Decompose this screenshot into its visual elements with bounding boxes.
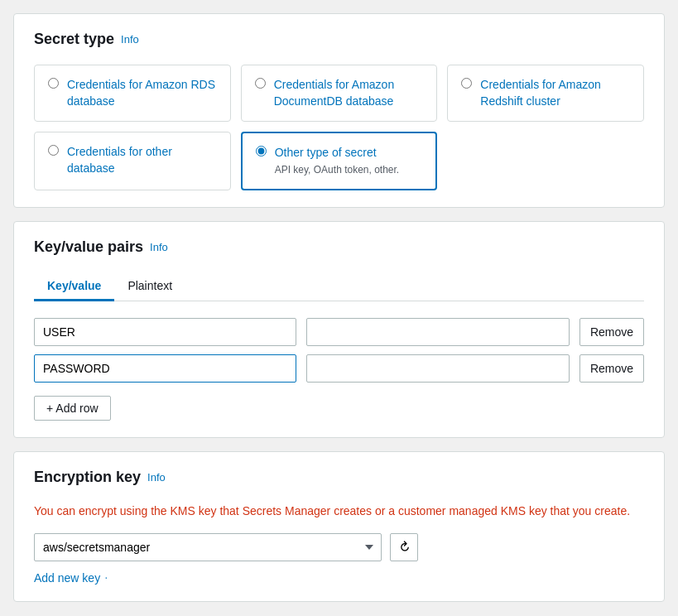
add-new-key-label: Add new key <box>34 571 100 585</box>
kv-pairs-section: Key/value pairs Info Key/value Plaintext… <box>13 221 665 438</box>
radio-redshift-label: Credentials for Amazon Redshift cluster <box>480 77 630 109</box>
kv-pairs-info-link[interactable]: Info <box>150 241 168 253</box>
encryption-key-section: Encryption key Info You can encrypt usin… <box>13 451 665 602</box>
radio-option-other-type[interactable]: Other type of secret API key, OAuth toke… <box>241 132 438 190</box>
secret-type-info-link[interactable]: Info <box>121 33 139 46</box>
encryption-key-select[interactable]: aws/secretsmanager <box>34 533 382 561</box>
radio-option-documentdb[interactable]: Credentials for Amazon DocumentDB databa… <box>241 65 438 122</box>
secret-type-title: Secret type Info <box>34 31 139 48</box>
encryption-key-info-link[interactable]: Info <box>147 471 166 484</box>
add-new-key-link[interactable]: Add new key ⬝ <box>34 571 109 585</box>
kv-row-2: Remove <box>34 354 644 383</box>
encryption-select-wrapper: aws/secretsmanager <box>34 533 382 561</box>
refresh-button[interactable]: ↻ <box>390 533 418 561</box>
encryption-key-row: aws/secretsmanager ↻ <box>34 533 644 561</box>
radio-other-type-label: Other type of secret API key, OAuth toke… <box>275 145 400 176</box>
radio-option-redshift[interactable]: Credentials for Amazon Redshift cluster <box>447 65 644 122</box>
encryption-key-title: Encryption key Info <box>34 469 166 486</box>
radio-other-db-label: Credentials for other database <box>67 144 217 176</box>
remove-button-1[interactable]: Remove <box>579 318 644 346</box>
kv-pairs-heading: Key/value pairs <box>34 238 143 256</box>
kv-value-input-1[interactable] <box>306 318 569 346</box>
encryption-description: You can encrypt using the KMS key that S… <box>34 503 644 520</box>
radio-redshift[interactable] <box>461 78 472 89</box>
add-row-button[interactable]: + Add row <box>34 396 111 421</box>
kv-key-input-1[interactable] <box>34 318 296 346</box>
radio-other-type[interactable] <box>256 146 267 156</box>
radio-other-type-sublabel: API key, OAuth token, other. <box>275 163 400 177</box>
radio-other-type-main-label: Other type of secret <box>275 146 377 159</box>
radio-rds-label: Credentials for Amazon RDS database <box>67 77 217 109</box>
tab-plaintext[interactable]: Plaintext <box>114 272 185 301</box>
tab-key-value[interactable]: Key/value <box>34 272 114 301</box>
remove-button-2[interactable]: Remove <box>579 354 644 383</box>
refresh-icon: ↻ <box>395 537 414 556</box>
kv-tabs: Key/value Plaintext <box>34 272 644 301</box>
radio-documentdb-label: Credentials for Amazon DocumentDB databa… <box>274 77 424 109</box>
kv-pairs-title: Key/value pairs Info <box>34 238 168 256</box>
radio-option-other-db[interactable]: Credentials for other database <box>34 132 231 190</box>
secret-type-options: Credentials for Amazon RDS database Cred… <box>34 65 644 190</box>
external-link-icon: ⬝ <box>103 573 109 583</box>
radio-other-db[interactable] <box>48 145 59 156</box>
kv-value-input-2[interactable] <box>306 354 569 383</box>
radio-documentdb[interactable] <box>255 78 266 89</box>
secret-type-heading: Secret type <box>34 31 114 48</box>
radio-option-rds[interactable]: Credentials for Amazon RDS database <box>34 65 231 122</box>
secret-type-section: Secret type Info Credentials for Amazon … <box>13 13 665 208</box>
kv-row-1: Remove <box>34 318 644 346</box>
radio-rds[interactable] <box>48 78 59 89</box>
kv-key-input-2[interactable] <box>34 354 296 383</box>
encryption-key-heading: Encryption key <box>34 469 141 486</box>
